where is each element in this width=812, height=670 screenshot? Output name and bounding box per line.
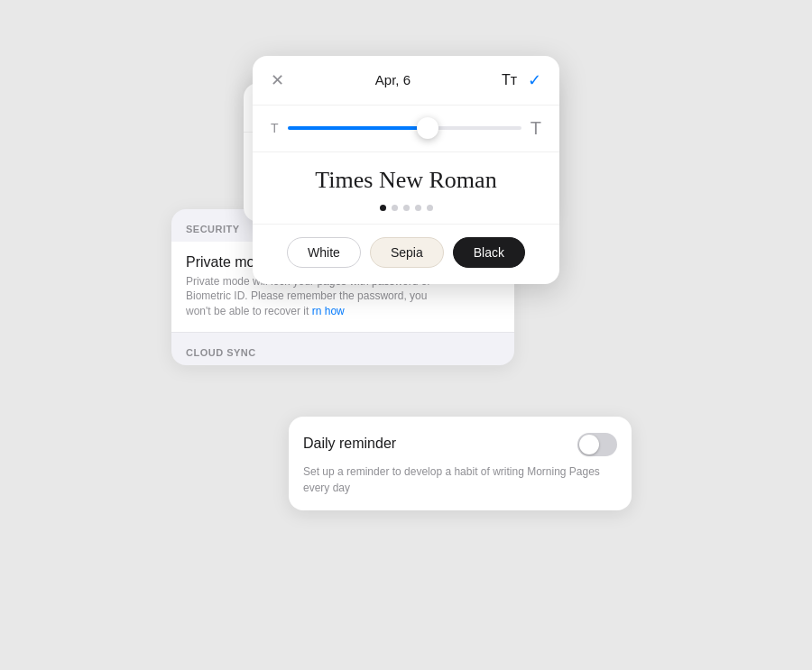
reminder-title: Daily reminder [303, 436, 396, 452]
font-name-display: Times New Roman [271, 167, 541, 194]
reminder-toggle[interactable] [577, 433, 617, 456]
font-picker-header: ✕ Apr, 6 Tт ✓ [253, 56, 559, 106]
font-dot-pagination [271, 205, 541, 211]
reminder-desc: Set up a reminder to develop a habit of … [303, 463, 617, 496]
theme-sepia-button[interactable]: Sepia [370, 237, 444, 268]
theme-white-button[interactable]: White [287, 237, 361, 268]
font-size-row: T T [253, 106, 559, 152]
font-name-area: Times New Roman [253, 152, 559, 225]
theme-black-button[interactable]: Black [453, 237, 525, 268]
font-size-large-t: T [531, 118, 541, 139]
reminder-card: Daily reminder Set up a reminder to deve… [289, 417, 632, 510]
font-picker-card: ✕ Apr, 6 Tт ✓ T T Times New Roman White … [253, 56, 559, 284]
color-theme-row: White Sepia Black [253, 225, 559, 284]
font-picker-font-icon[interactable]: Tт [502, 72, 517, 88]
learn-how-link[interactable]: rn how [312, 305, 345, 317]
font-picker-date-title: Apr, 6 [375, 72, 411, 87]
cloud-sync-label: CLOUD SYNC [171, 333, 514, 365]
font-size-slider[interactable] [288, 126, 521, 130]
font-slider-fill [288, 126, 429, 130]
font-picker-check-icon[interactable]: ✓ [528, 70, 541, 90]
reminder-row: Daily reminder [303, 431, 617, 456]
font-slider-thumb [417, 117, 438, 139]
font-dot-5[interactable] [427, 205, 433, 211]
font-dot-1[interactable] [380, 205, 386, 211]
font-size-small-t: T [271, 121, 279, 135]
font-dot-4[interactable] [415, 205, 421, 211]
font-picker-close-icon[interactable]: ✕ [271, 70, 284, 90]
font-dot-2[interactable] [392, 205, 398, 211]
font-dot-3[interactable] [403, 205, 410, 211]
